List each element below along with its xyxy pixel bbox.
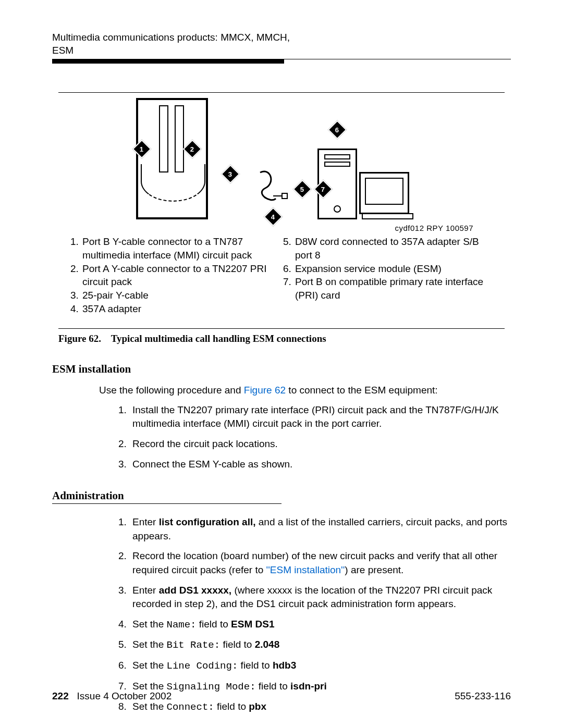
issue-date: Issue 4 October 2002 <box>77 690 172 701</box>
header-line-2: ESM <box>52 45 74 56</box>
figure-62: 1 2 3 4 5 <box>58 92 505 344</box>
figure-code: cydf012 RPY 100597 <box>58 224 505 232</box>
page-number: 222 <box>52 690 69 701</box>
legend-item: 357A adapter <box>81 302 282 316</box>
list-item: Set the Connect: field to pbx <box>129 700 511 714</box>
page-footer: 222 Issue 4 October 2002 555-233-116 <box>52 690 511 702</box>
document-page: Multimedia communications products: MMCX… <box>0 0 563 728</box>
footer-left: 222 Issue 4 October 2002 <box>52 690 172 702</box>
callout-5: 5 <box>293 180 312 199</box>
list-item: Enter add DS1 xxxxx, (where xxxxx is the… <box>129 584 511 611</box>
callout-3: 3 <box>221 165 240 184</box>
figure-bottom-rule <box>58 328 505 329</box>
legend-item: Port B on compatible primary rate interf… <box>294 275 494 302</box>
figure-diagram: 1 2 3 4 5 <box>58 98 505 219</box>
heading-administration: Administration <box>52 489 282 504</box>
adapter-icon <box>255 167 291 209</box>
list-item: Install the TN2207 primary rate interfac… <box>129 403 511 431</box>
legend-item: Port A Y-cable connector to a TN2207 PRI… <box>81 262 282 289</box>
pc-diagram: 4 5 6 7 <box>255 120 427 219</box>
figure-caption: Figure 62. Typical multimedia call handl… <box>58 333 505 344</box>
svg-rect-0 <box>282 193 287 199</box>
legend-item: 25-pair Y-cable <box>81 289 282 302</box>
running-header: Multimedia communications products: MMCX… <box>52 31 511 57</box>
list-item: Set the Line Coding: field to hdb3 <box>129 659 511 673</box>
legend-item: D8W cord connected to 357A adapter S/B p… <box>294 235 494 262</box>
doc-number: 555-233-116 <box>455 690 511 702</box>
link-figure-62[interactable]: Figure 62 <box>244 385 286 396</box>
list-item: Set the Name: field to ESM DS1 <box>129 618 511 632</box>
admin-steps-list: Enter list configuration all, and a list… <box>52 515 511 714</box>
legend-item: Expansion service module (ESM) <box>294 262 494 276</box>
list-item: Connect the ESM Y-cable as shown. <box>129 458 511 472</box>
monitor-icon <box>359 172 409 214</box>
header-line-1: Multimedia communications products: MMCX… <box>52 32 290 43</box>
list-item: Set the Bit Rate: field to 2.048 <box>129 638 511 652</box>
figure-top-rule <box>58 92 505 93</box>
cabinet-icon <box>136 98 208 219</box>
list-item: Enter list configuration all, and a list… <box>129 515 511 543</box>
heading-esm-installation: ESM installation <box>52 363 511 376</box>
esm-intro: Use the following procedure and Figure 6… <box>99 384 511 397</box>
keyboard-icon <box>362 213 413 219</box>
callout-6: 6 <box>328 120 347 140</box>
figure-legend: Port B Y-cable connector to a TN787 mult… <box>58 235 505 315</box>
legend-item: Port B Y-cable connector to a TN787 mult… <box>81 235 282 262</box>
list-item: Record the circuit pack locations. <box>129 437 511 451</box>
list-item: Record the location (board number) of th… <box>129 549 511 577</box>
link-esm-installation[interactable]: ''ESM installation'' <box>266 564 345 575</box>
esm-steps-list: Install the TN2207 primary rate interfac… <box>52 403 511 471</box>
header-rule-thick <box>52 59 284 64</box>
